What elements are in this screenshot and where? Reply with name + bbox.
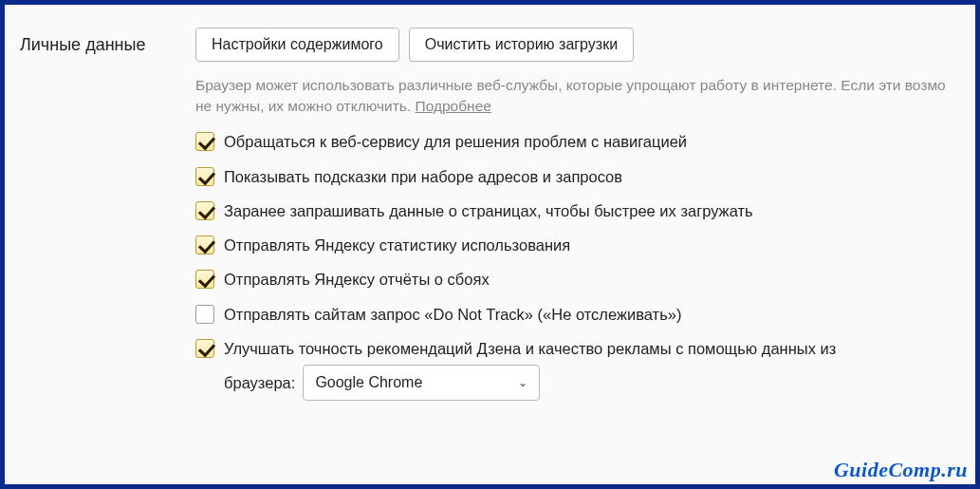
browser-prefix: браузера: — [224, 372, 295, 393]
settings-panel: Личные данные Настройки содержимого Очис… — [0, 0, 980, 489]
option-label: Улучшать точность рекомендаций Дзена и к… — [224, 340, 836, 357]
checkbox[interactable] — [195, 339, 214, 358]
content-settings-button[interactable]: Настройки содержимого — [195, 28, 399, 62]
clear-history-button[interactable]: Очистить историю загрузки — [409, 28, 634, 62]
option-web-service-navigation: Обращаться к веб-сервису для решения про… — [195, 131, 975, 152]
checkbox[interactable] — [195, 305, 214, 324]
option-prefetch-pages: Заранее запрашивать данные о страницах, … — [195, 200, 975, 221]
checkbox[interactable] — [195, 167, 214, 186]
checkbox[interactable] — [195, 132, 214, 151]
section-title: Личные данные — [20, 28, 195, 401]
option-label: Отправлять Яндексу статистику использова… — [224, 235, 945, 255]
option-send-crash-reports: Отправлять Яндексу отчёты о сбоях — [195, 269, 975, 290]
checkbox[interactable] — [195, 270, 214, 289]
checkbox[interactable] — [195, 235, 214, 254]
browser-select-row: браузера: Google Chrome ⌄ — [224, 365, 945, 401]
chevron-down-icon: ⌄ — [518, 375, 527, 390]
browser-select[interactable]: Google Chrome ⌄ — [303, 365, 540, 401]
option-label: Обращаться к веб-сервису для решения про… — [224, 131, 945, 152]
option-label: Заранее запрашивать данные о страницах, … — [224, 200, 945, 221]
option-label: Показывать подсказки при наборе адресов … — [224, 166, 945, 187]
option-label-wrap: Улучшать точность рекомендаций Дзена и к… — [224, 338, 945, 401]
option-do-not-track: Отправлять сайтам запрос «Do Not Track» … — [195, 304, 975, 325]
option-label: Отправлять Яндексу отчёты о сбоях — [224, 269, 945, 290]
hint-more-link[interactable]: Подробнее — [416, 98, 491, 114]
hint-line2: не нужны, их можно отключить. — [195, 98, 416, 114]
options-list: Обращаться к веб-сервису для решения про… — [195, 131, 975, 400]
main-column: Настройки содержимого Очистить историю з… — [195, 28, 975, 401]
hint-line1: Браузер может использовать различные веб… — [195, 77, 946, 93]
watermark-text: GuideComp.ru — [834, 458, 968, 481]
hint-text: Браузер может использовать различные веб… — [195, 75, 973, 116]
checkbox[interactable] — [195, 201, 214, 220]
button-row: Настройки содержимого Очистить историю з… — [195, 28, 975, 62]
option-send-usage-stats: Отправлять Яндексу статистику использова… — [195, 235, 975, 255]
option-label: Отправлять сайтам запрос «Do Not Track» … — [224, 304, 945, 325]
watermark: GuideComp.ru — [834, 458, 968, 482]
option-address-suggestions: Показывать подсказки при наборе адресов … — [195, 166, 975, 187]
browser-select-value: Google Chrome — [315, 372, 422, 393]
option-improve-zen-ads: Улучшать точность рекомендаций Дзена и к… — [195, 338, 975, 401]
